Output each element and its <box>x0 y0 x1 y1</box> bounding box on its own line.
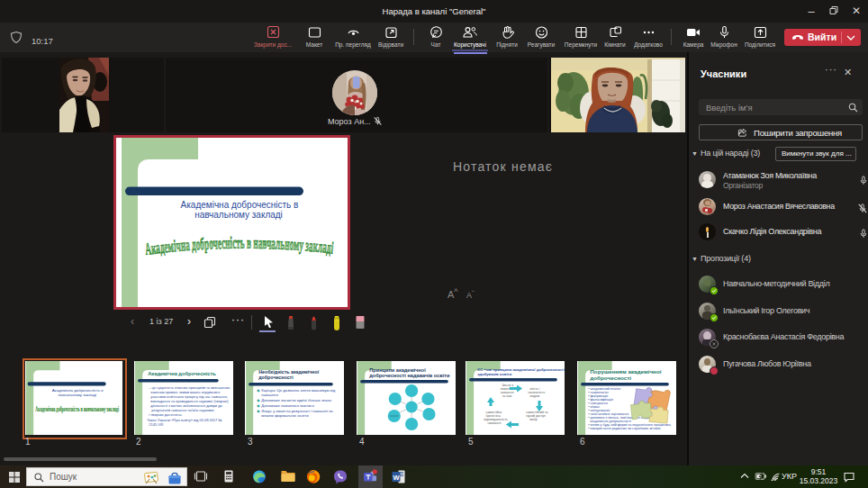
svg-text:здобувачів освіти: здобувачів освіти <box>477 372 511 376</box>
svg-text:Порушенням академічної: Порушенням академічної <box>590 368 662 375</box>
svg-text:доброчесності надавачів освіти: доброчесності надавачів освіти <box>369 373 450 378</box>
svg-text:Академічна доброчесність в на: Академічна доброчесність в навчальному з… <box>144 233 335 258</box>
svg-text:Академічна доброчесність: Академічна доброчесність <box>148 371 216 376</box>
svg-text:Академічна доброчесність в: Академічна доброчесність в <box>181 200 299 210</box>
svg-text:• використання родинних чи слу: • використання родинних чи службових зв'… <box>588 427 660 430</box>
svg-text:межею формальної освіти: межею формальної освіти <box>261 413 309 418</box>
svg-text:◆: ◆ <box>257 409 260 413</box>
svg-text:доброчесності: доброчесності <box>590 375 631 381</box>
svg-text:навчання: навчання <box>487 421 501 425</box>
svg-text:◆: ◆ <box>257 398 260 402</box>
svg-text:доброчесності: доброчесності <box>258 375 294 380</box>
svg-text:і творчих досягнень.: і творчих досягнень. <box>149 412 182 417</box>
svg-text:Академічна доброчесність в: Академічна доброчесність в <box>52 388 104 393</box>
svg-text:навчання: навчання <box>261 393 277 397</box>
svg-text:Допоможе навчитися вчитися: Допоможе навчитися вчитися <box>261 403 313 408</box>
svg-text:2145-VIII: 2145-VIII <box>149 422 163 427</box>
svg-text:та інші: та інші <box>502 394 512 398</box>
svg-text:Допоможе засвоїти вдвічі більш: Допоможе засвоїти вдвічі більше знань <box>261 398 332 402</box>
svg-text:◆: ◆ <box>257 403 260 408</box>
svg-text:Академічна доброчесність в нав: Академічна доброчесність в навчальному з… <box>35 405 119 413</box>
svg-text:W: W <box>393 474 400 482</box>
svg-text:навчальному закладі: навчальному закладі <box>194 210 283 220</box>
svg-text:навчальному закладі: навчальному закладі <box>58 393 96 397</box>
svg-text:людям: людям <box>529 394 539 398</box>
svg-text:◆: ◆ <box>257 388 260 393</box>
svg-text:вибір: вибір <box>529 418 538 421</box>
